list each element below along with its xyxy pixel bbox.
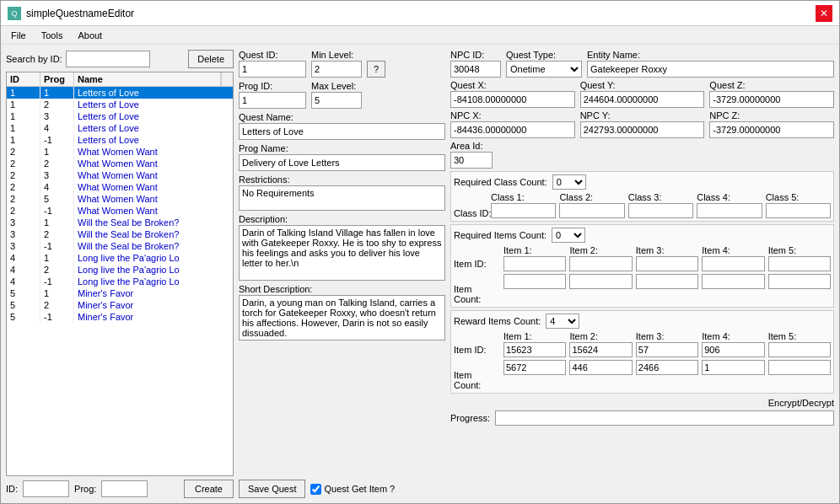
reward-item-4-id-input[interactable] <box>702 342 764 357</box>
table-row[interactable]: 13Letters of Love <box>7 110 233 122</box>
table-row[interactable]: 11Letters of Love <box>7 87 233 99</box>
npc-z-input[interactable] <box>709 121 834 138</box>
item-5-id-input[interactable] <box>768 256 831 271</box>
item-4-id-input[interactable] <box>702 256 764 271</box>
quest-get-item-label[interactable]: Quest Get Item ? <box>310 484 395 495</box>
window-title: simpleQuestnameEditor <box>26 8 810 19</box>
class-3-input[interactable] <box>628 203 693 218</box>
class-id-label: Class ID: <box>454 208 487 218</box>
npc-id-input[interactable] <box>450 61 501 78</box>
area-row: Area Id: <box>450 141 834 169</box>
table-row[interactable]: 3-1Will the Seal be Broken? <box>7 240 233 252</box>
item-1-id-input[interactable] <box>503 256 566 271</box>
class-2-input[interactable] <box>559 203 624 218</box>
table-row[interactable]: 41Long live the Pa'agrio Lo <box>7 252 233 264</box>
quest-z-input[interactable] <box>709 91 834 108</box>
quest-type-select[interactable]: Onetime Repeatable Daily <box>506 61 582 78</box>
class-4-input[interactable] <box>697 203 762 218</box>
menu-about[interactable]: About <box>71 29 109 42</box>
min-level-input[interactable] <box>311 61 362 78</box>
prog-field[interactable] <box>101 480 148 497</box>
table-row[interactable]: 52Miner's Favor <box>7 299 233 311</box>
table-row[interactable]: 14Letters of Love <box>7 122 233 134</box>
table-row[interactable]: 42Long live the Pa'agrio Lo <box>7 264 233 276</box>
table-row[interactable]: 2-1What Women Want <box>7 205 233 217</box>
reward-item-5-label: Item 5: <box>768 331 831 341</box>
quest-z-label: Quest Z: <box>709 80 834 90</box>
table-row[interactable]: 12Letters of Love <box>7 99 233 110</box>
entity-name-input[interactable] <box>587 61 834 78</box>
item-3-count-input[interactable] <box>636 274 698 289</box>
npc-y-input[interactable] <box>580 121 705 138</box>
table-row[interactable]: 5-1Miner's Favor <box>7 311 233 323</box>
reward-item-1-id-input[interactable] <box>503 342 566 357</box>
reward-item-5-count-input[interactable] <box>768 360 831 375</box>
item-2-id-input[interactable] <box>569 256 632 271</box>
progress-input[interactable] <box>495 410 834 426</box>
area-id-input[interactable] <box>450 152 493 169</box>
id-field[interactable] <box>23 480 69 497</box>
item-row-labels: Item ID: Item Count: <box>454 245 500 304</box>
table-row[interactable]: 25What Women Want <box>7 193 233 205</box>
item-2-count-input[interactable] <box>569 274 632 289</box>
close-button[interactable]: ✕ <box>816 5 832 22</box>
reward-item-1-count-input[interactable] <box>503 360 566 375</box>
search-input[interactable] <box>66 51 150 67</box>
reward-item-3-count-input[interactable] <box>636 360 698 375</box>
max-level-input[interactable] <box>311 92 362 109</box>
required-class-count-select[interactable]: 012345 <box>552 174 586 190</box>
table-row[interactable]: 4-1Long live the Pa'agrio Lo <box>7 276 233 287</box>
quest-id-input[interactable] <box>239 61 306 78</box>
npc-x-input[interactable] <box>450 121 575 138</box>
reward-item-2-id-input[interactable] <box>569 342 632 357</box>
prog-id-input[interactable] <box>239 92 306 109</box>
item-3-id-input[interactable] <box>636 256 698 271</box>
table-row[interactable]: 21What Women Want <box>7 146 233 158</box>
item-1-count-input[interactable] <box>503 274 566 289</box>
table-row[interactable]: 32Will the Seal be Broken? <box>7 228 233 240</box>
table-row[interactable]: 31Will the Seal be Broken? <box>7 217 233 228</box>
class-5-input[interactable] <box>766 203 831 218</box>
quest-y-input[interactable] <box>580 91 705 108</box>
description-textarea[interactable]: Darin of Talking Island Village has fall… <box>239 225 445 281</box>
reward-item-2-count-input[interactable] <box>569 360 632 375</box>
help-button[interactable]: ? <box>367 61 385 78</box>
progress-label: Progress: <box>450 413 490 423</box>
menu-tools[interactable]: Tools <box>35 29 70 42</box>
item-4-count-input[interactable] <box>702 274 764 289</box>
quest-name-label: Quest Name: <box>239 112 445 122</box>
quest-name-row: Quest Name: <box>239 112 445 140</box>
restrictions-textarea[interactable]: No Requirements <box>239 185 445 211</box>
quest-get-item-checkbox[interactable] <box>310 484 321 495</box>
npc-quest-row: NPC ID: Quest Type: Onetime Repeatable D… <box>450 50 834 78</box>
reward-item-3-id-input[interactable] <box>636 342 698 357</box>
class-1-input[interactable] <box>491 203 556 218</box>
class-3-label: Class 3: <box>628 192 693 202</box>
create-button[interactable]: Create <box>184 480 234 498</box>
quest-name-input[interactable] <box>239 123 445 140</box>
quest-x-input[interactable] <box>450 91 575 108</box>
table-row[interactable]: 23What Women Want <box>7 169 233 181</box>
table-row[interactable]: 24What Women Want <box>7 181 233 193</box>
required-items-count-label: Required Items Count: <box>454 230 547 240</box>
table-row[interactable]: 1-1Letters of Love <box>7 134 233 146</box>
table-row[interactable]: 51Miner's Favor <box>7 287 233 299</box>
class-header: Required Class Count: 012345 <box>454 174 831 190</box>
class-col-4: Class 4: <box>697 192 762 218</box>
table-row[interactable]: 22What Women Want <box>7 158 233 169</box>
class-id-row: Class ID: Class 1: Class 2: Class 3: <box>454 192 831 218</box>
reward-item-4-count-input[interactable] <box>702 360 764 375</box>
prog-name-input[interactable] <box>239 154 445 171</box>
short-desc-textarea[interactable]: Darin, a young man on Talking Island, ca… <box>239 295 445 340</box>
delete-button[interactable]: Delete <box>188 50 234 68</box>
reward-items-count-select[interactable]: 012345 <box>546 314 579 329</box>
reward-item-col-5: Item 5: <box>768 331 831 390</box>
required-items-count-select[interactable]: 012345 <box>552 228 585 243</box>
reward-item-5-id-input[interactable] <box>768 342 831 357</box>
menu-file[interactable]: File <box>4 29 33 42</box>
item-5-count-input[interactable] <box>768 274 831 289</box>
search-row: Search by ID: Delete <box>6 50 234 68</box>
reward-item-col-3: Item 3: <box>636 331 698 390</box>
min-level-col: Min Level: <box>311 50 362 78</box>
save-quest-button[interactable]: Save Quest <box>239 480 305 498</box>
